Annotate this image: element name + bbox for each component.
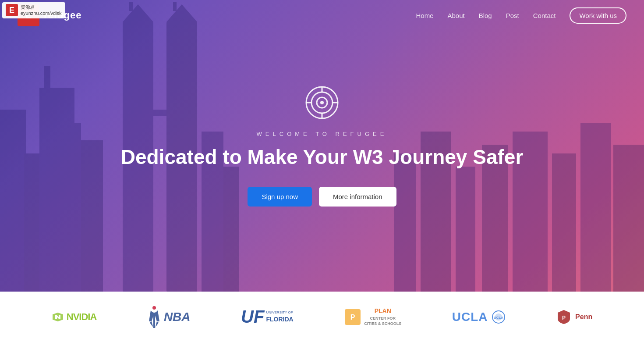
svg-rect-0	[0, 110, 26, 292]
nav-links: Home About Blog Post Contact Work with u…	[416, 7, 626, 24]
signal-icon	[304, 85, 340, 120]
svg-point-26	[320, 101, 324, 104]
navbar: E refugee Home About Blog Post Contact W…	[0, 0, 644, 31]
logos-bar: NVIDIA NBA UF UNIVERSITY of FLORI	[0, 292, 644, 342]
ucla-text: UCLA	[452, 310, 488, 324]
svg-rect-14	[57, 123, 81, 292]
svg-rect-13	[79, 140, 103, 292]
svg-rect-1	[24, 153, 42, 292]
logo-penn: P Penn	[556, 309, 592, 325]
plan-text: PLAN CENTER FOR CITIES & SCHOOLS	[364, 307, 401, 327]
uf-letter: UF	[241, 307, 264, 327]
nvidia-text: NVIDIA	[67, 311, 97, 323]
nav-about[interactable]: About	[447, 12, 464, 19]
nav-contact[interactable]: Contact	[533, 12, 556, 19]
hero-title: Dedicated to Make Your W3 Journey Safer	[121, 145, 524, 169]
svg-rect-20	[552, 153, 576, 292]
work-with-us-button[interactable]: Work with us	[570, 7, 626, 24]
penn-shield: P	[556, 309, 572, 325]
hero-subtitle: WELCOME TO REFUGEE	[121, 131, 524, 137]
watermark-icon: E	[6, 4, 18, 16]
hero-buttons: Sign up now More information	[121, 187, 524, 207]
logo-ucla: UCLA UCLA	[452, 310, 506, 324]
nba-player-icon	[147, 306, 161, 328]
nba-text: NBA	[164, 310, 191, 324]
penn-text: Penn	[575, 313, 592, 321]
svg-point-31	[152, 306, 156, 310]
uf-text: UNIVERSITY of FLORIDA	[266, 310, 293, 323]
nav-blog[interactable]: Blog	[479, 12, 492, 19]
svg-rect-21	[580, 123, 611, 292]
svg-text:P: P	[350, 314, 355, 321]
svg-rect-22	[613, 145, 644, 292]
svg-text:P: P	[562, 315, 566, 321]
logo-nvidia: NVIDIA	[52, 311, 97, 323]
watermark-text: 资源君 eyunzhu.com/vdisk	[21, 4, 62, 17]
watermark: E 资源君 eyunzhu.com/vdisk	[2, 2, 65, 18]
nav-home[interactable]: Home	[416, 12, 433, 19]
hero-content: WELCOME TO REFUGEE Dedicated to Make You…	[112, 85, 532, 207]
signup-button[interactable]: Sign up now	[248, 187, 312, 207]
logo-plan: P PLAN CENTER FOR CITIES & SCHOOLS	[344, 307, 401, 327]
svg-text:UCLA: UCLA	[493, 316, 503, 320]
ucla-seal: UCLA	[492, 310, 506, 324]
logo-nba: NBA	[147, 306, 191, 328]
nav-post[interactable]: Post	[506, 12, 519, 19]
svg-rect-3	[44, 66, 50, 88]
more-info-button[interactable]: More information	[319, 187, 396, 207]
plan-icon: P	[344, 308, 361, 326]
hero-section: E refugee Home About Blog Post Contact W…	[0, 0, 644, 292]
logo-uf: UF UNIVERSITY of FLORIDA	[241, 307, 294, 327]
